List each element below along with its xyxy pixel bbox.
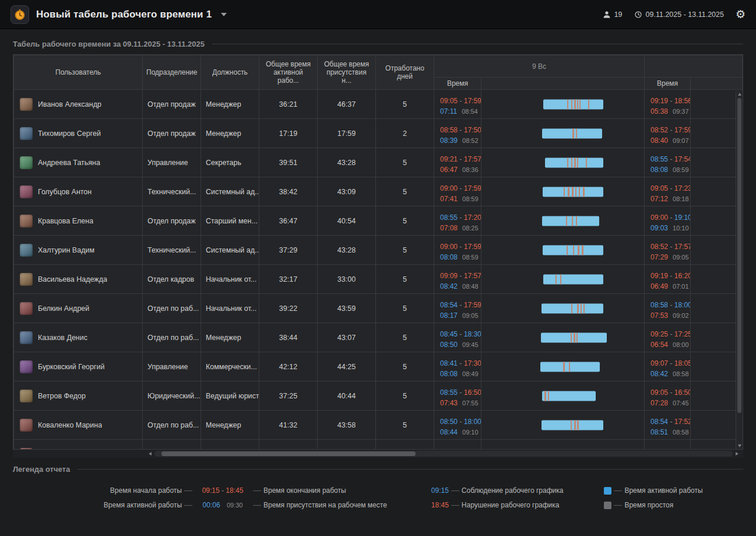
active-duration: 08:08 <box>440 253 458 261</box>
next-day-empty-cell <box>691 381 743 411</box>
end-time: 18:00 <box>674 301 691 309</box>
user-cell: Казаков Денис <box>14 323 143 352</box>
department-cell: Управление <box>143 352 201 381</box>
avatar <box>20 360 33 373</box>
time-separator: - <box>668 184 674 192</box>
presence-duration: 09:10 <box>462 429 479 436</box>
position-cell: Системный ад... <box>201 236 259 265</box>
time-durations: 08:0808:59 <box>650 164 688 175</box>
idle-stripe <box>573 245 574 255</box>
time-separator: - <box>458 213 464 222</box>
start-time: 08:55 <box>650 155 668 163</box>
days-worked-cell: 2 <box>376 119 434 148</box>
next-day-empty-cell <box>691 236 743 265</box>
legend-dash <box>184 491 192 491</box>
horizontal-scrollbar-thumb[interactable] <box>161 451 416 456</box>
day2-time-cell: 09:07 - 18:0508:4208:58 <box>645 352 691 381</box>
user-name: Бурковский Георгий <box>38 363 105 371</box>
day2-time-cell: 08:58 - 18:0007:5309:02 <box>645 294 691 323</box>
col-header-position[interactable]: Должность <box>201 55 259 90</box>
time-range: 09:00 - 17:59 <box>440 183 479 194</box>
days-worked-cell <box>376 440 434 450</box>
activity-bar <box>541 303 603 313</box>
idle-stripe <box>577 99 578 109</box>
col-header-department[interactable]: Подразделение <box>143 55 201 90</box>
day1-chart-cell <box>481 265 645 294</box>
user-cell: Иванов Александр <box>14 90 143 119</box>
legend-active-square-label: Время активной работы <box>624 486 702 495</box>
user-name: Тихомиров Сергей <box>38 129 101 138</box>
presence-duration: 09:05 <box>673 254 689 261</box>
table-row[interactable]: Андреева ТатьянаУправлениеСекретарь39:51… <box>14 148 743 177</box>
col-header-presence-total[interactable]: Общее время присутствия н... <box>318 55 376 90</box>
table-row[interactable]: Бурковский ГеоргийУправлениеКоммерчески.… <box>14 352 743 381</box>
legend-section: Легенда отчета Время начала работы 09:15… <box>13 465 743 509</box>
day1-chart-cell <box>481 323 645 352</box>
table-row[interactable]: 08:57 - 17:5909:00 - 17:58 <box>14 440 743 450</box>
day2-time-cell: 09:25 - 17:2506:5408:00 <box>645 323 691 352</box>
table-row[interactable]: Иванов АлександрОтдел продажМенеджер36:2… <box>14 90 743 119</box>
table-row[interactable]: Ветров ФедорЮридический...Ведущий юрист3… <box>14 381 743 411</box>
idle-stripe <box>566 216 567 226</box>
vertical-scrollbar[interactable] <box>736 91 743 449</box>
days-worked-cell: 5 <box>376 381 434 411</box>
table-row[interactable]: Кравцова ЕленаОтдел продажСтарший мен...… <box>14 206 743 236</box>
presence-duration: 08:59 <box>462 254 479 261</box>
day2-time-cell: 09:19 - 16:2006:4907:01 <box>645 265 691 294</box>
settings-gear-icon[interactable]: ⚙ <box>736 9 746 20</box>
user-cell: Кравцова Елена <box>14 206 143 236</box>
vertical-scrollbar-thumb[interactable] <box>737 98 741 413</box>
day1-time-cell: 09:05 - 17:5907:1108:54 <box>434 90 481 119</box>
time-durations: 08:0808:49 <box>440 369 479 379</box>
scroll-up-arrow-icon[interactable] <box>738 93 741 96</box>
table-row[interactable]: Казаков ДенисОтдел по раб...Менеджер38:4… <box>14 323 743 352</box>
time-range: 08:58 - 17:50 <box>440 125 479 135</box>
time-separator: - <box>668 301 674 309</box>
active-duration: 08:42 <box>650 370 668 378</box>
user-cell-content: Ветров Федор <box>14 381 142 410</box>
active-duration: 07:29 <box>650 253 668 261</box>
active-total-cell: 17:19 <box>259 119 318 148</box>
legend-active-label: Время активной работы <box>94 501 182 509</box>
time-durations: 08:0808:59 <box>440 252 479 262</box>
user-cell: Бурковский Георгий <box>14 352 143 381</box>
scroll-down-arrow-icon[interactable] <box>738 444 741 447</box>
table-row[interactable]: Халтурин ВадимТехнический...Системный ад… <box>14 236 743 265</box>
avatar <box>20 156 33 169</box>
scroll-left-arrow-icon[interactable] <box>149 452 152 456</box>
idle-stripe <box>571 99 572 109</box>
col-header-user[interactable]: Пользователь <box>14 55 143 90</box>
idle-stripe <box>569 362 570 372</box>
legend-bad-label: Нарушение рабочего графика <box>462 501 564 509</box>
presence-total-cell: 33:00 <box>318 265 376 294</box>
active-duration: 08:44 <box>440 428 458 436</box>
table-row[interactable]: Коваленко МаринаОтдел по раб...Менеджер4… <box>14 411 743 440</box>
timesheet-table: Пользователь Подразделение Должность Общ… <box>13 55 743 450</box>
time-separator: - <box>458 272 464 280</box>
table-row[interactable]: Васильева НадеждаОтдел кадровНачальник о… <box>14 265 743 294</box>
col-header-active-total[interactable]: Общее время активной рабо... <box>259 55 318 90</box>
day1-time-cell: 09:00 - 17:5908:0808:59 <box>434 236 481 265</box>
table-row[interactable]: Белкин АндрейОтдел по раб...Начальник от… <box>14 294 743 323</box>
end-time: 18:05 <box>674 359 691 367</box>
presence-duration: 09:05 <box>462 312 479 319</box>
col-header-days[interactable]: Отработано дней <box>376 55 434 90</box>
avatar <box>20 98 33 111</box>
chevron-down-icon[interactable] <box>221 13 227 16</box>
position-cell: Ведущий юрист <box>201 381 259 411</box>
legend-title: Легенда отчета <box>13 465 743 474</box>
presence-total-cell: 43:59 <box>318 294 376 323</box>
time-range: 09:09 - 17:57 <box>440 271 479 281</box>
time-separator: - <box>458 388 464 397</box>
scroll-right-arrow-icon[interactable] <box>736 452 739 456</box>
time-durations: 08:1709:05 <box>440 310 479 321</box>
legend-active-value: 00:06 <box>203 501 220 509</box>
end-time: 17:50 <box>464 126 481 134</box>
table-row[interactable]: Голубцов АнтонТехнический...Системный ад… <box>14 177 743 206</box>
horizontal-scrollbar[interactable] <box>154 451 733 457</box>
idle-stripe <box>576 332 578 342</box>
time-durations: 07:1108:54 <box>440 106 479 117</box>
table-row[interactable]: Тихомиров СергейОтдел продажМенеджер17:1… <box>14 119 743 148</box>
col-header-empty <box>691 78 743 90</box>
active-duration: 07:41 <box>440 195 458 203</box>
